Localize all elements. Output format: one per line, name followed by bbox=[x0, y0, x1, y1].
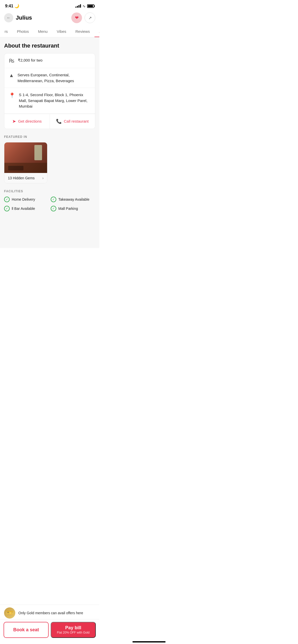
header: ← Julius ❤ ↗ bbox=[0, 10, 99, 26]
facilities-grid: ✓ Home Delivery ✓ Takeaway Available ✓ l… bbox=[4, 197, 95, 211]
chevron-right-icon: › bbox=[42, 176, 44, 180]
share-button[interactable]: ↗ bbox=[85, 12, 95, 23]
back-arrow-icon: ← bbox=[7, 16, 11, 20]
header-right: ❤ ↗ bbox=[71, 12, 95, 23]
address-row: 📍 S 1-4, Second Floor, Block 1, Phoenix … bbox=[4, 88, 95, 114]
facility-bar-text: ll Bar Available bbox=[12, 207, 35, 211]
heart-icon: ❤ bbox=[75, 15, 79, 21]
facilities-label: FACILITIES bbox=[4, 189, 95, 193]
restaurant-name: Julius bbox=[16, 14, 32, 21]
call-restaurant-button[interactable]: 📞 Call restaurant bbox=[50, 114, 95, 129]
location-icon: 📍 bbox=[9, 92, 15, 98]
featured-card[interactable]: 13 Hidden Gems › bbox=[4, 142, 47, 183]
check-icon: ✓ bbox=[4, 206, 10, 211]
favorite-button[interactable]: ❤ bbox=[71, 12, 82, 23]
facility-bar: ✓ ll Bar Available bbox=[4, 206, 49, 211]
tab-vibes[interactable]: Vibes bbox=[52, 26, 71, 37]
about-section-title: About the restaurant bbox=[4, 42, 95, 49]
facility-home-delivery: ✓ Home Delivery bbox=[4, 197, 49, 202]
featured-image-decor bbox=[8, 166, 23, 170]
directions-icon: ➤ bbox=[12, 119, 16, 124]
get-directions-button[interactable]: ➤ Get directions bbox=[4, 114, 50, 129]
card-actions: ➤ Get directions 📞 Call restaurant bbox=[4, 114, 95, 129]
back-button[interactable]: ← bbox=[4, 13, 13, 22]
header-left: ← Julius bbox=[4, 13, 32, 22]
wifi-icon: ∿ bbox=[83, 4, 86, 8]
tab-reviews[interactable]: Reviews bbox=[71, 26, 94, 37]
price-row: ₨ ₹2,000 for two bbox=[4, 53, 95, 68]
price-text: ₹2,000 for two bbox=[18, 57, 43, 63]
facility-takeaway: ✓ Takeaway Available bbox=[51, 197, 95, 202]
signal-bars-icon bbox=[75, 4, 81, 8]
info-card: ₨ ₹2,000 for two ▲ Serves European, Cont… bbox=[4, 53, 95, 129]
tab-orders[interactable]: rs bbox=[0, 26, 12, 37]
price-icon: ₨ bbox=[9, 58, 14, 64]
address-text: S 1-4, Second Floor, Block 1, Phoenix Ma… bbox=[19, 92, 90, 109]
featured-section: FEATURED IN 13 Hidden Gems › bbox=[4, 135, 95, 183]
facility-home-delivery-text: Home Delivery bbox=[12, 197, 35, 201]
check-icon: ✓ bbox=[4, 197, 10, 202]
share-icon: ↗ bbox=[88, 16, 92, 20]
tab-photos[interactable]: Photos bbox=[12, 26, 34, 37]
cuisine-row: ▲ Serves European, Continental, Mediterr… bbox=[4, 68, 95, 88]
check-icon: ✓ bbox=[51, 206, 56, 211]
featured-image-plant bbox=[34, 145, 42, 160]
featured-card-title: 13 Hidden Gems bbox=[8, 176, 35, 180]
cuisine-icon: ▲ bbox=[9, 72, 14, 78]
featured-card-footer: 13 Hidden Gems › bbox=[4, 173, 47, 183]
cuisine-text: Serves European, Continental, Mediterran… bbox=[18, 72, 90, 84]
featured-image bbox=[4, 142, 47, 173]
tab-about[interactable]: About bbox=[94, 26, 99, 37]
status-bar: 9:41 🌙 ∿ bbox=[0, 0, 99, 10]
phone-icon: 📞 bbox=[56, 119, 62, 124]
check-icon: ✓ bbox=[51, 197, 56, 202]
facilities-section: FACILITIES ✓ Home Delivery ✓ Takeaway Av… bbox=[4, 189, 95, 211]
facility-parking-text: Mall Parking bbox=[58, 207, 78, 211]
tab-navigation: rs Photos Menu Vibes Reviews About bbox=[0, 26, 99, 37]
battery-icon bbox=[87, 4, 94, 8]
featured-label: FEATURED IN bbox=[4, 135, 95, 139]
status-icons: ∿ bbox=[75, 4, 94, 8]
main-content: About the restaurant ₨ ₹2,000 for two ▲ … bbox=[0, 37, 99, 248]
tab-menu[interactable]: Menu bbox=[33, 26, 52, 37]
status-time: 9:41 🌙 bbox=[5, 4, 19, 8]
facility-parking: ✓ Mall Parking bbox=[51, 206, 95, 211]
facility-takeaway-text: Takeaway Available bbox=[58, 197, 89, 201]
